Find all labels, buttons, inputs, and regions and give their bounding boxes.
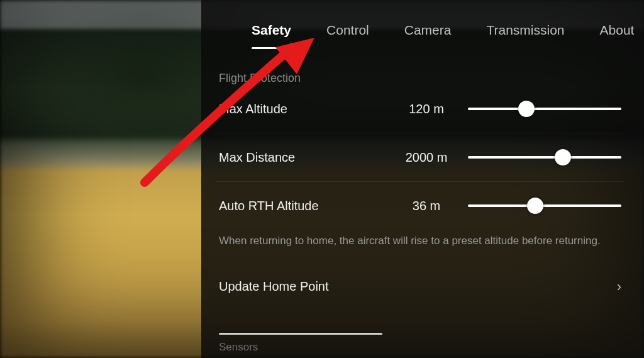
section-flight-protection: Flight Protection — [216, 72, 624, 85]
slider-track — [468, 108, 621, 110]
chevron-right-icon: › — [617, 279, 621, 295]
max-altitude-label: Max Altitude — [219, 102, 395, 116]
row-max-altitude: Max Altitude 120 m — [216, 85, 624, 133]
max-distance-label: Max Distance — [219, 150, 395, 165]
row-auto-rth: Auto RTH Altitude 36 m — [216, 182, 624, 230]
slider-track — [468, 156, 621, 159]
update-home-point-label: Update Home Point — [219, 279, 329, 294]
tab-transmission[interactable]: Transmission — [486, 23, 564, 47]
row-max-distance: Max Distance 2000 m — [216, 133, 624, 182]
max-altitude-slider[interactable] — [468, 100, 621, 118]
tabs-bar: Safety Control Camera Transmission About — [216, 0, 624, 47]
auto-rth-value: 36 m — [395, 199, 458, 213]
tab-safety[interactable]: Safety — [252, 23, 291, 47]
tab-camera[interactable]: Camera — [404, 23, 452, 47]
tab-control[interactable]: Control — [326, 23, 369, 47]
row-update-home-point[interactable]: Update Home Point › — [216, 264, 624, 310]
slider-thumb[interactable] — [555, 149, 571, 165]
tab-about[interactable]: About — [600, 23, 635, 47]
max-distance-value: 2000 m — [395, 150, 458, 165]
auto-rth-help-text: When returning to home, the aircraft wil… — [216, 230, 624, 264]
max-altitude-value: 120 m — [395, 102, 458, 116]
sensors-label-cutoff: Sensors — [216, 335, 624, 354]
slider-thumb[interactable] — [527, 198, 543, 214]
slider-thumb[interactable] — [518, 101, 535, 117]
max-distance-slider[interactable] — [468, 148, 621, 166]
auto-rth-slider[interactable] — [468, 197, 621, 215]
auto-rth-label: Auto RTH Altitude — [219, 199, 395, 213]
settings-panel: Safety Control Camera Transmission About… — [201, 0, 644, 358]
slider-track — [468, 204, 621, 207]
